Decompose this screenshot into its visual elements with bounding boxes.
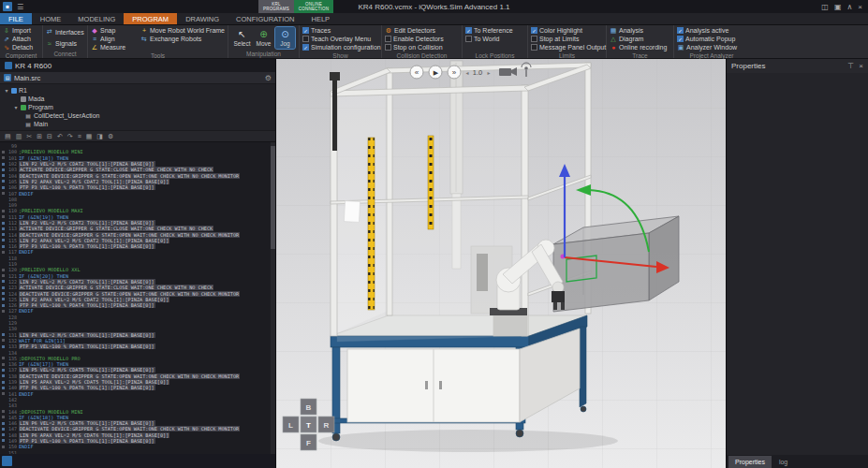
snap-button[interactable]: ◆Snap: [91, 26, 135, 35]
to-reference-checkbox[interactable]: ✓: [465, 27, 472, 34]
to-world-toggle[interactable]: To World: [465, 35, 524, 43]
import-button[interactable]: ⇩Import: [3, 26, 39, 35]
nav-cube-right-face[interactable]: R: [324, 421, 330, 430]
nav-cube-back-face[interactable]: B: [306, 403, 312, 412]
context-tab-krl-programs[interactable]: KRL PROGRAMS: [258, 0, 294, 13]
automatic-popup-checkbox[interactable]: ✓: [677, 36, 684, 42]
stop-on-collision-checkbox[interactable]: [385, 44, 391, 51]
stop-at-limits-toggle[interactable]: Stop at Limits: [531, 35, 603, 43]
analysis-active-toggle[interactable]: ✓Analysis active: [677, 26, 746, 35]
teach-overlay-menu-toggle[interactable]: Teach Overlay Menu: [302, 35, 378, 43]
paste-icon[interactable]: ⊟: [47, 133, 52, 140]
align-icon[interactable]: ≡: [78, 133, 81, 139]
to-reference-toggle[interactable]: ✓To Reference: [465, 26, 524, 35]
enable-detectors-toggle[interactable]: Enable Detectors: [385, 35, 459, 43]
grid-icon[interactable]: ▦: [86, 133, 93, 140]
teach-overlay-checkbox[interactable]: [302, 36, 309, 42]
layout-panels-icon[interactable]: ◫: [821, 3, 829, 11]
file-settings-gear-icon[interactable]: ⚙: [265, 74, 272, 82]
online-recording-button[interactable]: ●Online recording: [610, 43, 670, 51]
editor-scrollbar-thumb[interactable]: [271, 146, 275, 249]
tab-home[interactable]: HOME: [32, 13, 70, 24]
tab-properties[interactable]: Properties: [728, 456, 772, 468]
tab-modeling[interactable]: MODELING: [69, 13, 124, 24]
current-file-row[interactable]: ▤ Main.src ⚙: [0, 72, 275, 84]
expand-caret-icon[interactable]: ▾: [4, 87, 9, 94]
stop-on-collision-toggle[interactable]: Stop on Collision: [385, 43, 459, 51]
tree-item-mada[interactable]: Mada: [0, 95, 275, 103]
tab-program[interactable]: PROGRAM: [124, 13, 177, 24]
move-robot-world-frame-label: Move Robot World Frame: [150, 27, 225, 34]
code-line[interactable]: 124DEACTIVATE DEVICE:GRIPPER G STATE:OPE…: [0, 290, 270, 296]
code-line[interactable]: 147DEACTIVATE DEVICE:GRIPPER G STATE:OPE…: [0, 426, 270, 431]
move-button[interactable]: ⊕Move: [254, 27, 273, 49]
attach-button[interactable]: ⇗Attach: [3, 35, 39, 43]
code-line[interactable]: 104DEACTIVATE DEVICE:GRIPPER G STATE:OPE…: [0, 172, 270, 178]
analysis-button[interactable]: ▦Analysis: [610, 26, 670, 35]
exchange-robots-button[interactable]: ⇆Exchange Robots: [140, 35, 225, 43]
detach-button[interactable]: ⇘Detach: [3, 43, 39, 51]
krl-code-editor[interactable]: 99100;PRELIEVO MODELLO MINI101IF (&IN[18…: [0, 142, 275, 454]
color-highlight-toggle[interactable]: ✓Color Highlight: [531, 26, 603, 35]
tab-file[interactable]: FILE: [0, 13, 32, 24]
redo-icon[interactable]: ↷: [67, 133, 73, 140]
code-line[interactable]: 151: [0, 449, 270, 454]
jog-button[interactable]: ⊙Jog: [275, 27, 295, 49]
align-button[interactable]: ≡Align: [91, 35, 135, 43]
color-highlight-checkbox[interactable]: ✓: [531, 27, 537, 34]
tree-item-r1[interactable]: ▾R1: [0, 86, 275, 95]
close-window-icon[interactable]: ×: [858, 3, 862, 11]
cut-icon[interactable]: ✂: [26, 133, 32, 140]
menu-icon[interactable]: ☰: [15, 3, 25, 11]
speed-increase-icon[interactable]: ▸: [487, 70, 490, 76]
tree-item-program[interactable]: ▾Program: [0, 103, 275, 111]
measure-button[interactable]: ∠Measure: [91, 43, 135, 51]
code-line[interactable]: 138DEACTIVATE DEVICE:GRIPPER G STATE:OPE…: [0, 373, 270, 379]
traces-checkbox[interactable]: ✓: [302, 27, 309, 34]
tab-log[interactable]: log: [772, 456, 794, 468]
new-file-icon[interactable]: ▤: [5, 133, 11, 140]
settings-icon[interactable]: ⚙: [108, 133, 113, 140]
editor-scrollbar[interactable]: [271, 142, 275, 454]
tab-drawing[interactable]: DRAWING: [177, 13, 228, 24]
tab-help[interactable]: HELP: [302, 13, 338, 24]
collapse-ribbon-icon[interactable]: ∧: [846, 3, 852, 11]
select-button[interactable]: ↖Select: [232, 27, 252, 49]
nav-cube-top-face[interactable]: T: [306, 421, 311, 430]
pin-icon[interactable]: ⊤: [847, 62, 854, 70]
message-panel-output-checkbox[interactable]: [531, 44, 537, 51]
move-robot-world-frame-button[interactable]: +Move Robot World Frame: [140, 26, 225, 35]
copy-icon[interactable]: ⊞: [37, 133, 42, 140]
layout-alt-icon[interactable]: ▣: [834, 3, 842, 11]
analysis-active-checkbox[interactable]: ✓: [677, 27, 684, 34]
traces-toggle[interactable]: ✓Traces: [302, 26, 378, 35]
edit-detectors-button[interactable]: ⚙Edit Detectors: [385, 26, 459, 35]
stop-at-limits-checkbox[interactable]: [531, 36, 537, 42]
context-tab-online-connection[interactable]: ONLINE CONNECTION: [294, 0, 333, 13]
undo-icon[interactable]: ↶: [57, 133, 63, 140]
speed-decrease-icon[interactable]: ◂: [465, 70, 468, 76]
split-view-icon[interactable]: ◨: [96, 133, 103, 140]
save-icon[interactable]: ▥: [16, 133, 22, 140]
interfaces-button[interactable]: ⇄Interfaces: [46, 28, 84, 37]
tab-configuration[interactable]: CONFIGURATION: [228, 13, 302, 24]
nav-cube-left-face[interactable]: L: [288, 421, 293, 430]
close-panel-icon[interactable]: ×: [859, 62, 863, 70]
automatic-popup-toggle[interactable]: ✓Automatic Popup: [677, 35, 746, 43]
expand-caret-icon[interactable]: ▾: [13, 104, 19, 110]
analyzer-window-button[interactable]: ▣Analyzer Window: [677, 43, 746, 51]
message-panel-output-label: Message Panel Output: [539, 44, 606, 51]
viewport-3d[interactable]: B L T R F « ▶ » ◂ 1.0 ▸: [276, 59, 726, 468]
diagram-button[interactable]: △Diagram: [610, 35, 670, 43]
simulation-configuration-checkbox[interactable]: ✓: [302, 44, 309, 51]
signals-button[interactable]: ≈Signals: [46, 39, 84, 48]
tree-item-main[interactable]: ▤Main: [0, 120, 275, 128]
sim-speed-value[interactable]: 1.0: [473, 68, 482, 77]
enable-detectors-checkbox[interactable]: [385, 36, 391, 42]
to-world-checkbox[interactable]: [465, 36, 472, 42]
message-panel-output-toggle[interactable]: Message Panel Output: [531, 43, 603, 51]
nav-cube-front-face[interactable]: F: [306, 439, 311, 447]
tree-item-colldetect-useraction[interactable]: ▤CollDetect_UserAction: [0, 111, 275, 120]
simulation-configuration-toggle[interactable]: ✓Simulation configuration: [302, 43, 378, 51]
code-line[interactable]: 114DEACTIVATE DEVICE:GRIPPER G STATE:OPE…: [0, 231, 270, 237]
